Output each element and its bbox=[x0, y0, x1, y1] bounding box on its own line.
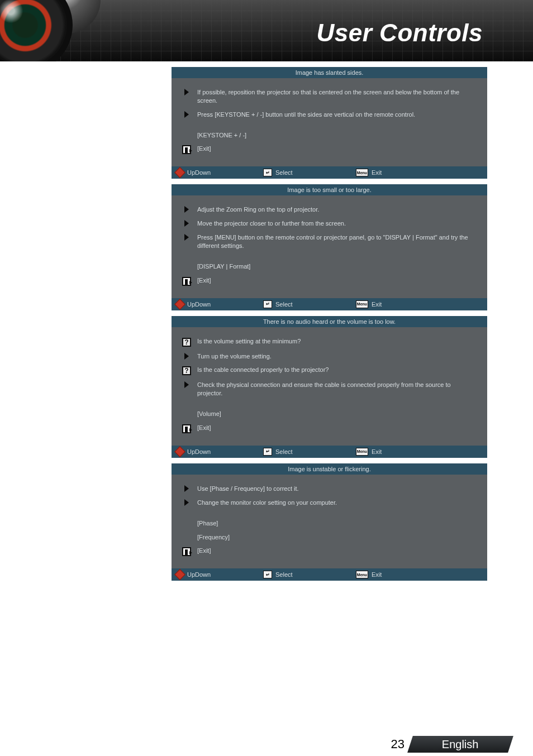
help-item: Check the physical connection and ensure… bbox=[182, 381, 477, 398]
ref-item: [Exit] bbox=[182, 276, 477, 286]
page-header: User Controls bbox=[0, 0, 533, 61]
menu-icon: Menu bbox=[356, 448, 368, 456]
panel-footer: UpDown↵SelectMenuExit bbox=[172, 568, 487, 581]
panel-body: Use [Phase / Frequency] to correct it.Ch… bbox=[172, 475, 487, 568]
help-item-text: Turn up the volume setting. bbox=[197, 352, 477, 361]
ref-item-text: [Frequency] bbox=[197, 533, 477, 542]
exit-label: Exit bbox=[372, 448, 382, 455]
updown-label: UpDown bbox=[187, 301, 211, 308]
help-item-text: If possible, reposition the projector so… bbox=[197, 88, 477, 105]
panel-title: Image is unstable or flickering. bbox=[172, 463, 487, 475]
ref-item: [Volume] bbox=[182, 410, 477, 418]
help-item-text: Use [Phase / Frequency] to correct it. bbox=[197, 485, 477, 493]
panel-footer: UpDown↵SelectMenuExit bbox=[172, 298, 487, 310]
arrow-right-icon bbox=[182, 499, 192, 506]
page-footer: 23 English bbox=[0, 734, 533, 756]
page-content: Image has slanted sides.If possible, rep… bbox=[0, 61, 533, 581]
ref-item: [Phase] bbox=[182, 519, 477, 528]
enter-icon: ↵ bbox=[263, 169, 272, 176]
help-item-text: Check the physical connection and ensure… bbox=[197, 381, 477, 398]
page-number: 23 bbox=[391, 737, 404, 752]
exit-label: Exit bbox=[372, 571, 382, 578]
select-label: Select bbox=[275, 169, 293, 176]
help-item: ?Is the volume setting at the minimum? bbox=[182, 337, 477, 347]
help-item-text: Press [KEYSTONE + / -] button until the … bbox=[197, 111, 477, 119]
footer-updown: UpDown bbox=[176, 571, 260, 578]
language-label: English bbox=[442, 738, 479, 751]
help-item: Adjust the Zoom Ring on the top of proje… bbox=[182, 205, 477, 214]
updown-diamond-icon bbox=[174, 167, 185, 178]
arrow-right-icon bbox=[182, 233, 192, 241]
select-label: Select bbox=[275, 571, 293, 578]
panel-title: There is no audio heard or the volume is… bbox=[172, 316, 487, 327]
footer-exit: MenuExit bbox=[356, 448, 423, 456]
footer-select: ↵Select bbox=[263, 300, 353, 308]
help-item-text: Adjust the Zoom Ring on the top of proje… bbox=[197, 205, 477, 214]
panel-footer: UpDown↵SelectMenuExit bbox=[172, 166, 487, 179]
arrow-right-icon bbox=[182, 485, 192, 492]
ref-item-text: [Volume] bbox=[197, 410, 477, 418]
question-icon: ? bbox=[182, 366, 192, 375]
updown-diamond-icon bbox=[174, 299, 185, 310]
help-item: Press [MENU] button on the remote contro… bbox=[182, 233, 477, 250]
ref-item-text: [Exit] bbox=[197, 145, 477, 153]
footer-select: ↵Select bbox=[263, 448, 353, 456]
help-panel: Image has slanted sides.If possible, rep… bbox=[172, 67, 487, 179]
footer-updown: UpDown bbox=[176, 169, 260, 176]
help-panel: Image is unstable or flickering.Use [Pha… bbox=[172, 463, 487, 581]
footer-select: ↵Select bbox=[263, 169, 353, 176]
ref-item: [KEYSTONE + / -] bbox=[182, 131, 477, 140]
help-item-text: Is the volume setting at the minimum? bbox=[197, 337, 477, 346]
arrow-right-icon bbox=[182, 381, 192, 388]
updown-label: UpDown bbox=[187, 571, 211, 578]
help-item: Use [Phase / Frequency] to correct it. bbox=[182, 485, 477, 493]
ref-item: [Frequency] bbox=[182, 533, 477, 542]
panel-body: If possible, reposition the projector so… bbox=[172, 78, 487, 166]
ref-item: [Exit] bbox=[182, 547, 477, 556]
arrow-right-icon bbox=[182, 352, 192, 360]
arrow-right-icon bbox=[182, 219, 192, 227]
help-panel: There is no audio heard or the volume is… bbox=[172, 316, 487, 458]
enter-icon: ↵ bbox=[263, 448, 272, 456]
menu-icon: Menu bbox=[356, 300, 368, 308]
panel-title: Image is too small or too large. bbox=[172, 184, 487, 195]
ref-item: [DISPLAY | Format] bbox=[182, 262, 477, 271]
arrow-right-icon bbox=[182, 205, 192, 213]
arrow-right-icon bbox=[182, 111, 192, 118]
panel-footer: UpDown↵SelectMenuExit bbox=[172, 446, 487, 458]
help-item-text: Press [MENU] button on the remote contro… bbox=[197, 233, 477, 250]
footer-exit: MenuExit bbox=[356, 300, 423, 308]
ref-item-text: [Exit] bbox=[197, 276, 477, 285]
help-panel: Image is too small or too large.Adjust t… bbox=[172, 184, 487, 310]
ref-item: [Exit] bbox=[182, 424, 477, 433]
exit-icon bbox=[182, 276, 192, 286]
exit-label: Exit bbox=[372, 301, 382, 308]
question-icon: ? bbox=[182, 337, 192, 347]
exit-icon bbox=[182, 547, 192, 556]
footer-select: ↵Select bbox=[263, 571, 353, 578]
exit-icon bbox=[182, 145, 192, 154]
ref-item-text: [KEYSTONE + / -] bbox=[197, 131, 477, 140]
updown-label: UpDown bbox=[187, 448, 211, 455]
footer-exit: MenuExit bbox=[356, 169, 423, 176]
select-label: Select bbox=[275, 301, 293, 308]
footer-exit: MenuExit bbox=[356, 571, 423, 578]
menu-icon: Menu bbox=[356, 169, 368, 176]
enter-icon: ↵ bbox=[263, 571, 272, 578]
help-item: Press [KEYSTONE + / -] button until the … bbox=[182, 111, 477, 119]
help-item: Turn up the volume setting. bbox=[182, 352, 477, 361]
panel-body: Adjust the Zoom Ring on the top of proje… bbox=[172, 195, 487, 298]
help-item-text: Change the monitor color setting on your… bbox=[197, 499, 477, 507]
help-item-text: Is the cable connected properly to the p… bbox=[197, 366, 477, 374]
ref-item-text: [Exit] bbox=[197, 424, 477, 432]
language-tab: English bbox=[407, 736, 513, 753]
enter-icon: ↵ bbox=[263, 300, 272, 308]
exit-icon bbox=[182, 424, 192, 433]
select-label: Select bbox=[275, 448, 293, 455]
updown-diamond-icon bbox=[174, 569, 185, 580]
menu-icon: Menu bbox=[356, 571, 368, 578]
arrow-right-icon bbox=[182, 88, 192, 95]
footer-updown: UpDown bbox=[176, 300, 260, 308]
exit-label: Exit bbox=[372, 169, 382, 176]
help-item: If possible, reposition the projector so… bbox=[182, 88, 477, 105]
